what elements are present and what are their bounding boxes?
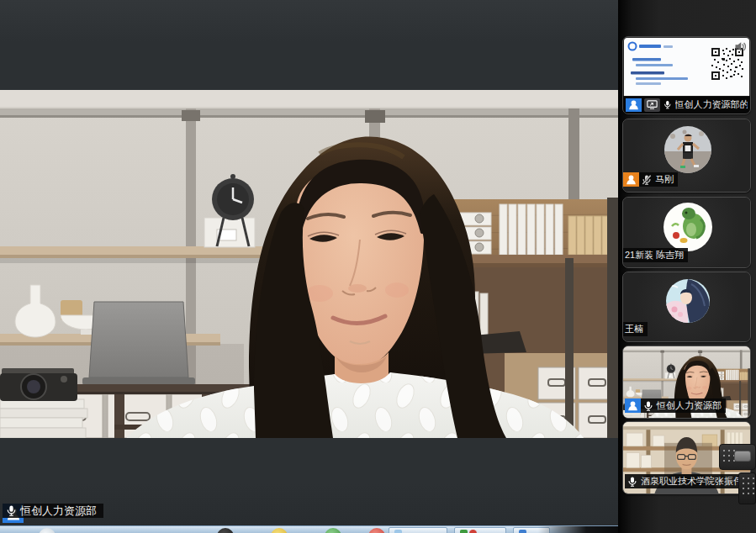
participant-name: 马刚 [655, 173, 674, 186]
microphone-icon [626, 476, 638, 488]
taskbar-start-icon[interactable] [39, 528, 56, 533]
user-badge-blue-icon [626, 98, 642, 112]
microphone-muted-icon [641, 174, 653, 186]
avatar-runner [664, 126, 711, 173]
floating-dialpad-handle[interactable] [738, 472, 756, 504]
taskbar-app-icon-red[interactable] [368, 528, 385, 533]
participant-tile-wangnan[interactable]: 王楠 [622, 272, 751, 342]
taskbar-dark-fade [538, 526, 618, 533]
microphone-icon [642, 400, 654, 412]
participant-label-bar: 恒创人力资源部的... [623, 96, 750, 113]
qr-code [711, 48, 743, 80]
taskbar-window-button-2[interactable] [454, 527, 506, 533]
participant-tile-hengchuang-hr[interactable]: 恒创人力资源部 [622, 346, 751, 419]
participant-name: 21新装 陈吉翔 [625, 249, 684, 261]
participant-tile-magang[interactable]: 马刚 [622, 119, 751, 193]
participant-label-bar: 马刚 [623, 172, 678, 187]
taskbar-app-icon-green[interactable] [325, 528, 341, 533]
user-badge-blue-icon [625, 398, 641, 413]
main-speaker-nametag: 恒创人力资源部 [3, 504, 24, 523]
mini-toolbar-button[interactable] [734, 451, 751, 462]
taskbar-window-button-1[interactable] [389, 527, 447, 533]
user-badge-orange-icon [623, 172, 639, 187]
participant-label-bar: 恒创人力资源部 [625, 398, 726, 413]
main-stage: 恒创人力资源部 [0, 0, 618, 525]
main-video-feed [0, 90, 618, 438]
main-speaker-name: 恒创人力资源部 [20, 504, 97, 518]
participant-tile-screenshare[interactable]: 恒创人力资源部的... [622, 36, 751, 114]
participant-name: 王楠 [625, 323, 643, 335]
shared-document-content [624, 38, 749, 97]
shared-document-preview [624, 38, 749, 97]
participant-label-bar: 21新装 陈吉翔 [623, 248, 688, 262]
main-video-scene [0, 90, 618, 438]
taskbar-app-icon-black[interactable] [217, 528, 234, 533]
taskbar-app-icon-yellow[interactable] [271, 528, 288, 533]
floating-mini-toolbar[interactable] [719, 444, 756, 470]
participant-label-bar: 王楠 [623, 322, 648, 336]
participant-label-bar: 酒泉职业技术学院张振伟 [625, 474, 747, 488]
avatar-anime [666, 279, 710, 323]
participant-name: 酒泉职业技术学院张振伟 [641, 475, 743, 488]
participant-tile-chenjixiang[interactable]: 21新装 陈吉翔 [622, 197, 751, 268]
meeting-window: 恒创人力资源部 [0, 0, 756, 533]
microphone-icon [5, 504, 18, 517]
microphone-icon [663, 99, 673, 110]
avatar-cartoon [663, 203, 712, 251]
participant-name: 恒创人力资源部 [657, 399, 722, 412]
participant-name: 恒创人力资源部的... [675, 98, 748, 111]
windows-taskbar [0, 525, 618, 533]
screen-share-icon [644, 98, 660, 112]
